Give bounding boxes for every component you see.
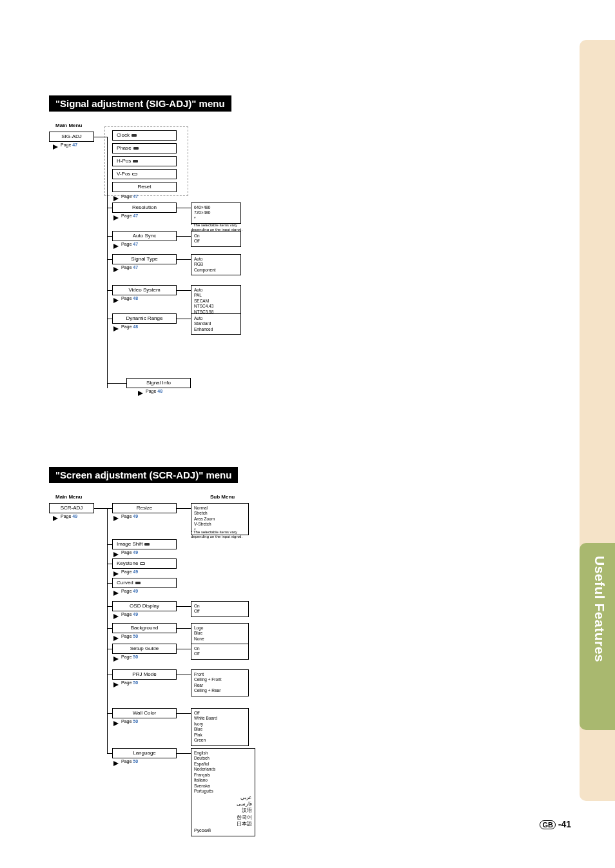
opts-signaltype: Auto RGB Component	[191, 254, 241, 275]
node-videosystem: Video System	[112, 285, 177, 295]
pageref: Page 48	[146, 389, 162, 393]
region-badge: GB	[540, 820, 556, 829]
node-setupguide: Setup Guide	[112, 644, 177, 654]
node-curved: Curved	[112, 578, 177, 588]
side-tab-label: Useful Features	[592, 556, 607, 662]
connector	[107, 583, 112, 584]
pageref: Page 47	[121, 242, 138, 246]
node-resize: Resize	[112, 503, 177, 513]
lang-russian: Русский	[194, 827, 252, 833]
connector	[177, 649, 191, 649]
pageref: Page 49	[61, 514, 77, 518]
pageref: Page 49	[121, 569, 138, 574]
node-vpos: V-Pos	[112, 169, 177, 179]
connector	[94, 508, 107, 509]
connector	[177, 675, 191, 675]
pageref: Page 49	[121, 550, 138, 555]
connector	[107, 649, 112, 649]
page-footer: GB -41	[540, 819, 571, 829]
opts-language: English Deutsch Español Nederlands Franç…	[191, 748, 255, 836]
node-imageshift: Image Shift	[112, 539, 177, 549]
pageref: Page 49	[121, 514, 138, 518]
connector	[107, 208, 112, 208]
arrow-right-icon	[53, 516, 58, 521]
arrow-right-icon	[113, 215, 119, 221]
arrow-right-icon	[138, 391, 143, 396]
node-reset: Reset	[112, 182, 177, 192]
connector	[107, 628, 112, 629]
node-signalinfo: Signal Info	[126, 378, 191, 388]
opts-prjmode: Front Ceiling + Front Rear Ceiling + Rea…	[191, 669, 249, 696]
pageref: Page 49	[121, 589, 138, 593]
main-menu-label: Main Menu	[55, 494, 82, 500]
node-prjmode: PRJ Mode	[112, 669, 177, 680]
pageref: Page 47	[121, 213, 138, 218]
arrow-right-icon	[113, 636, 119, 641]
arrow-right-icon	[113, 571, 119, 577]
opts-dynrange: Auto Standard Enhanced	[191, 313, 241, 335]
pageref: Page 48	[121, 296, 138, 301]
connector	[177, 208, 191, 208]
pageref: Page 47	[61, 143, 77, 147]
pageref: Page 50	[121, 655, 138, 659]
connector	[107, 290, 112, 291]
connector	[107, 753, 112, 754]
node-resolution: Resolution	[112, 202, 177, 213]
section-title-sig: "Signal adjustment (SIG-ADJ)" menu	[49, 95, 231, 112]
pageref: Page 50	[121, 719, 138, 724]
connector	[177, 508, 191, 509]
node-keystone: Keystone	[112, 558, 177, 569]
pageref: Page 50	[121, 680, 138, 685]
sub-menu-label: Sub Menu	[210, 494, 235, 500]
opts-setupguide: On Off	[191, 644, 249, 660]
node-hpos: H-Pos	[112, 156, 177, 166]
pageref: Page 48	[121, 324, 138, 329]
connector	[107, 508, 108, 753]
opts-autosync: On Off	[191, 231, 241, 247]
arrow-right-icon	[113, 552, 119, 557]
connector	[107, 544, 112, 545]
arrow-right-icon	[113, 614, 119, 619]
node-dynrange: Dynamic Range	[112, 313, 177, 324]
opts-wallcolor: Off White Board Ivory Blue Pink Green	[191, 708, 249, 746]
arrow-right-icon	[113, 721, 119, 726]
pageref: Page 47	[121, 265, 138, 270]
connector	[177, 606, 191, 607]
connector	[177, 259, 191, 260]
node-clock: Clock	[112, 130, 177, 141]
arrow-right-icon	[113, 682, 119, 687]
connector	[177, 290, 191, 291]
connector	[177, 236, 191, 237]
lang-cjk-list: عربيفارسی汉语한국어日本語	[194, 794, 252, 828]
pageref: Page 47	[121, 194, 138, 199]
node-scr-root: SCR-ADJ	[49, 503, 94, 513]
arrow-right-icon	[113, 326, 119, 331]
connector	[107, 319, 112, 319]
node-wallcolor: Wall Color	[112, 708, 177, 718]
arrow-right-icon	[113, 196, 119, 201]
arrow-right-icon	[113, 656, 119, 662]
node-language: Language	[112, 748, 177, 758]
connector	[107, 675, 112, 675]
connector	[107, 259, 112, 260]
connector	[107, 713, 112, 714]
node-sig-root: SIG-ADJ	[49, 132, 94, 142]
connector	[107, 606, 112, 607]
opts-osd: On Off	[191, 601, 249, 617]
arrow-right-icon	[113, 761, 119, 766]
node-background: Background	[112, 623, 177, 633]
connector	[107, 383, 126, 384]
lang-latin-list: English Deutsch Español Nederlands Franç…	[194, 751, 252, 794]
arrow-right-icon	[113, 298, 119, 303]
pageref: Page 50	[121, 759, 138, 764]
connector	[177, 713, 191, 714]
pageref: Page 49	[121, 612, 138, 616]
node-signaltype: Signal Type	[112, 254, 177, 264]
node-autosync: Auto Sync	[112, 231, 177, 241]
arrow-right-icon	[113, 516, 119, 521]
node-phase: Phase	[112, 143, 177, 153]
pageref: Page 50	[121, 634, 138, 638]
opts-resolution: 640×480 720×480 *	[191, 202, 241, 224]
footnote: * The selectable items vary depending on…	[191, 530, 255, 539]
arrow-right-icon	[113, 591, 119, 596]
